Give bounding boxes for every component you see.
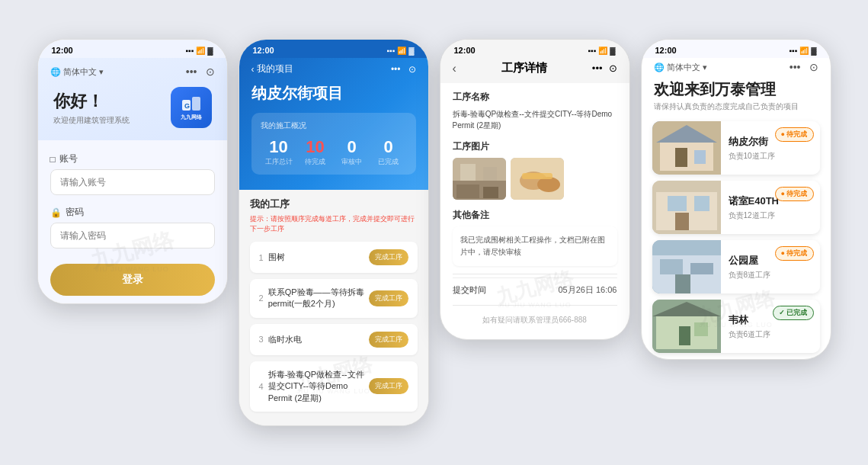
language-selector[interactable]: 🌐 简体中文 ▾ ••• ⊙ bbox=[50, 66, 215, 78]
back-label: 我的项目 bbox=[257, 63, 293, 75]
task-item: 4 拆毒-验毒QP做检查--文件提交CITY--等待Demo Permit (2… bbox=[250, 361, 418, 412]
task-name: 联系QP验毒——等待拆毒permit(一般2个月) bbox=[268, 287, 369, 310]
note-content: 我已完成围树相关工程操作，文档已附在图片中，请尽快审核 bbox=[453, 226, 617, 266]
tasks-list: 1 围树 完成工序 2 联系QP验毒——等待拆毒permit(一般2个月) 完成… bbox=[250, 242, 418, 412]
project-screen: 12:00 ▪▪▪ 📶 ▓ ‹ 我的项目 ••• ⊙ 纳皮尔街项目 bbox=[239, 39, 429, 426]
account-field: □ 账号 bbox=[50, 152, 215, 195]
language-label: 简体中文 bbox=[63, 66, 97, 78]
svg-rect-12 bbox=[522, 173, 553, 179]
status-icons-1: ▪▪▪ 📶 ▓ bbox=[186, 46, 213, 55]
stat-total-num: 10 bbox=[261, 137, 297, 157]
signal-icon-2: ▪▪▪ bbox=[387, 46, 396, 55]
back-icon: ‹ bbox=[251, 64, 255, 75]
photo-1 bbox=[453, 158, 506, 200]
lock-icon: 🔒 bbox=[50, 207, 62, 218]
back-button[interactable]: ‹ 我的项目 bbox=[251, 63, 293, 75]
status-badge: ● 待完成 bbox=[775, 187, 814, 201]
svg-rect-20 bbox=[668, 196, 687, 211]
battery-icon-2: ▓ bbox=[408, 46, 414, 55]
stat-reviewing: 0 审核中 bbox=[334, 137, 370, 167]
status-badge: ● 待完成 bbox=[775, 246, 814, 261]
wifi-icon-4: 📶 bbox=[799, 46, 809, 55]
detail-screen: 12:00 ▪▪▪ 📶 ▓ ‹ 工序详情 ••• ⊙ 工序名称 拆毒-验毒QP做… bbox=[440, 39, 630, 340]
more-icon[interactable]: ••• bbox=[186, 66, 197, 78]
task-name-text: 拆毒-验毒QP做检查--文件提交CITY--等待Demo Permit (2星期… bbox=[453, 108, 617, 131]
warning-text: 提示：请按照顺序完成每道工序，完成并提交即可进行下一步工序 bbox=[250, 214, 418, 234]
divider-2 bbox=[453, 305, 617, 306]
more-icon-3[interactable]: ••• bbox=[592, 63, 603, 74]
more-icon-4[interactable]: ••• bbox=[790, 61, 801, 73]
task-name-label: 工序名称 bbox=[453, 91, 617, 104]
photos-row bbox=[453, 158, 617, 200]
detail-header: ‹ 工序详情 ••• ⊙ bbox=[440, 58, 629, 83]
detail-title: 工序详情 bbox=[456, 61, 592, 75]
app-container: 12:00 ▪▪▪ 📶 ▓ 🌐 简体中文 ▾ ••• ⊙ 你好！ 欢迎使用建筑管… bbox=[37, 39, 831, 426]
password-label: 🔒 密码 bbox=[50, 206, 215, 219]
dashboard-screen: 12:00 ▪▪▪ 📶 ▓ 🌐 简体中文 ▾ ••• ⊙ 欢迎来到万泰管理 请保… bbox=[641, 39, 831, 360]
project-image bbox=[652, 240, 721, 293]
submit-row: 提交时间 05月26日 16:06 bbox=[453, 277, 617, 302]
time-3: 12:00 bbox=[454, 46, 476, 55]
battery-icon-4: ▓ bbox=[811, 46, 816, 55]
project-title: 纳皮尔街项目 bbox=[251, 83, 416, 104]
svg-rect-22 bbox=[675, 213, 689, 230]
status-bar-4: 12:00 ▪▪▪ 📶 ▓ bbox=[642, 40, 831, 58]
project-image bbox=[652, 181, 721, 234]
photos-label: 工序图片 bbox=[453, 140, 617, 153]
complete-task-button[interactable]: 完成工序 bbox=[369, 378, 408, 394]
compass-icon-4[interactable]: ⊙ bbox=[809, 61, 818, 73]
stat-pending-num: 10 bbox=[297, 137, 334, 157]
language-selector-4[interactable]: 🌐 简体中文 ▾ ••• ⊙ bbox=[654, 61, 818, 73]
header-actions: ••• ⊙ bbox=[391, 64, 416, 75]
project-card[interactable]: 纳皮尔街 负责10道工序 ● 待完成 bbox=[652, 121, 820, 175]
compass-icon[interactable]: ⊙ bbox=[206, 66, 215, 78]
task-item: 1 围树 完成工序 bbox=[250, 242, 418, 273]
stat-done-num: 0 bbox=[370, 137, 407, 157]
project-count: 负责12道工序 bbox=[729, 210, 812, 221]
status-bar-2: 12:00 ▪▪▪ 📶 ▓ bbox=[239, 40, 428, 58]
complete-task-button[interactable]: 完成工序 bbox=[369, 249, 408, 265]
time-4: 12:00 bbox=[655, 46, 677, 55]
signal-icon-4: ▪▪▪ bbox=[790, 46, 798, 55]
login-button[interactable]: 登录 bbox=[50, 264, 215, 296]
status-badge: ● 待完成 bbox=[775, 127, 814, 142]
svg-rect-26 bbox=[690, 263, 713, 274]
stat-done: 0 已完成 bbox=[370, 137, 407, 167]
svg-rect-7 bbox=[456, 184, 479, 198]
compass-icon-3[interactable]: ⊙ bbox=[609, 63, 617, 74]
wifi-icon-2: 📶 bbox=[397, 46, 406, 55]
projects-list: 纳皮尔街 负责10道工序 ● 待完成 诺室E40TH 负责12道工序 ● 待完成… bbox=[642, 121, 831, 353]
svg-rect-1 bbox=[192, 97, 200, 111]
submit-value: 05月26日 16:06 bbox=[558, 284, 617, 296]
project-image bbox=[652, 121, 721, 175]
contact-hint: 如有疑问请联系管理员666-888 bbox=[453, 309, 617, 332]
more-icon-2[interactable]: ••• bbox=[391, 64, 401, 75]
detail-body: 工序名称 拆毒-验毒QP做检查--文件提交CITY--等待Demo Permit… bbox=[440, 83, 629, 339]
account-input[interactable] bbox=[50, 169, 215, 195]
password-input[interactable] bbox=[50, 223, 215, 249]
login-form: □ 账号 🔒 密码 登录 bbox=[38, 140, 227, 303]
account-icon: □ bbox=[50, 154, 56, 165]
wifi-icon: 📶 bbox=[196, 46, 205, 55]
greeting-subtitle: 欢迎使用建筑管理系统 bbox=[53, 115, 130, 126]
svg-rect-31 bbox=[679, 326, 690, 345]
status-bar-1: 12:00 ▪▪▪ 📶 ▓ bbox=[38, 40, 227, 58]
complete-task-button[interactable]: 完成工序 bbox=[369, 290, 408, 306]
language-label-4: 简体中文 bbox=[667, 62, 700, 73]
chevron-down-icon: ▾ bbox=[99, 67, 104, 77]
complete-task-button[interactable]: 完成工序 bbox=[369, 332, 408, 348]
project-card[interactable]: 韦林 负责6道工序 ✓ 已完成 bbox=[652, 300, 820, 353]
time-2: 12:00 bbox=[253, 46, 274, 55]
compass-icon-2[interactable]: ⊙ bbox=[408, 64, 416, 75]
project-card[interactable]: 公园屋 负责8道工序 ● 待完成 bbox=[652, 240, 820, 293]
greeting-block: 你好！ 欢迎使用建筑管理系统 bbox=[53, 90, 130, 126]
chevron-down-icon-4: ▾ bbox=[703, 63, 707, 72]
status-icons-2: ▪▪▪ 📶 ▓ bbox=[387, 46, 415, 55]
stat-pending: 10 待完成 bbox=[297, 137, 334, 167]
divider bbox=[453, 274, 617, 274]
hero-section: 你好！ 欢迎使用建筑管理系统 G 九九网络 bbox=[50, 87, 215, 128]
svg-rect-21 bbox=[694, 196, 709, 211]
project-card[interactable]: 诺室E40TH 负责12道工序 ● 待完成 bbox=[652, 181, 820, 234]
svg-rect-8 bbox=[483, 187, 498, 198]
svg-rect-17 bbox=[694, 150, 706, 164]
